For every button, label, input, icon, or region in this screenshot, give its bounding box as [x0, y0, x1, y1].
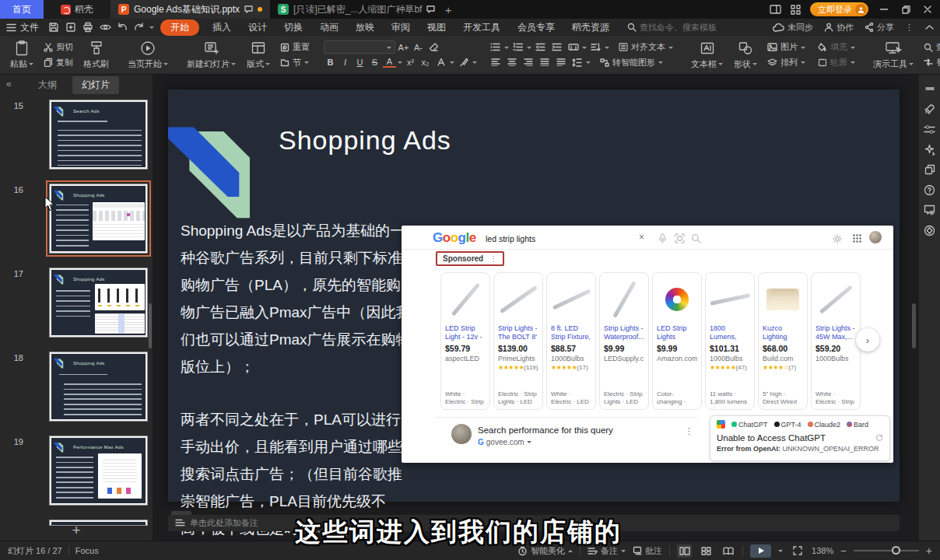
font-increase-button[interactable]: A+ — [397, 43, 410, 52]
product-card-8[interactable]: Strip Lights - 45W Max,... $59.20 1000Bu… — [811, 272, 861, 410]
align-text-button[interactable]: 对齐文本 — [616, 40, 676, 54]
highlight-button[interactable] — [456, 56, 471, 69]
menu-tab-membership[interactable]: 会员专享 — [510, 19, 562, 36]
reset-button[interactable]: 重置 — [277, 40, 313, 54]
save-button[interactable] — [47, 20, 61, 34]
docer-tab[interactable]: 稻壳 — [44, 0, 110, 19]
font-color-dropdown-icon[interactable] — [398, 61, 402, 66]
notes-grip[interactable] — [171, 511, 191, 515]
strikethrough-button[interactable]: S — [368, 58, 381, 67]
restore-button[interactable] — [900, 3, 912, 16]
increase-indent-button[interactable] — [549, 40, 564, 54]
play-options-icon[interactable] — [778, 550, 783, 555]
menu-tab-view[interactable]: 视图 — [420, 19, 453, 36]
convert-to-smartart-button[interactable]: 转智能图形 — [597, 56, 666, 69]
sort-text-button[interactable] — [588, 40, 603, 54]
numbered-list-button[interactable] — [510, 40, 525, 54]
textbox-button[interactable]: 文本框 — [686, 38, 728, 72]
ai-sidebar-panel[interactable]: ChatGPT GPT-4 Claude2 Bard Unable to Acc… — [710, 415, 890, 461]
distribute-button[interactable] — [553, 56, 568, 69]
justify-button[interactable] — [537, 56, 552, 69]
line-spacing-button[interactable] — [570, 56, 584, 69]
play-from-current-button[interactable]: 当页开始 — [122, 38, 174, 72]
slide-thumbnail-15[interactable]: Search Ads — [49, 100, 148, 170]
print-button[interactable] — [81, 20, 95, 34]
subscript-button[interactable]: x₂ — [419, 58, 432, 67]
zoom-slider[interactable] — [854, 550, 919, 551]
replace-button[interactable]: 替换 — [921, 56, 940, 69]
tab-outline[interactable]: 大纲 — [33, 76, 61, 94]
duplicate-layers-icon[interactable] — [919, 159, 940, 180]
product-card-2[interactable]: Strip Lights - The BOLT 8' ... $139.00 P… — [493, 272, 543, 410]
menu-tab-slideshow[interactable]: 放映 — [349, 19, 381, 36]
paste-button[interactable]: 粘贴 — [5, 38, 39, 72]
clear-format-button[interactable] — [426, 40, 441, 54]
feedback-icon[interactable] — [919, 200, 940, 220]
command-search[interactable] — [627, 23, 741, 32]
help-icon[interactable] — [919, 180, 940, 200]
collaborate-button[interactable]: 协作 — [824, 22, 854, 33]
collapse-ribbon-icon[interactable] — [925, 25, 934, 30]
login-button[interactable]: 立即登录 — [810, 2, 868, 16]
menu-tab-home-start[interactable]: 开始 — [160, 19, 199, 36]
sync-status[interactable]: 未同步 — [773, 22, 813, 33]
tab-claude2[interactable]: Claude2 — [808, 421, 841, 429]
publisher-domain[interactable]: Ggovee.com — [478, 438, 531, 446]
sidebar-scrollbar[interactable] — [149, 303, 152, 348]
normal-view-button[interactable] — [677, 544, 692, 558]
slide-title[interactable]: Shopping Ads — [279, 125, 451, 156]
align-center-button[interactable] — [504, 56, 519, 69]
format-painter-button[interactable]: 格式刷 — [78, 38, 114, 72]
quick-tools-rocket-icon[interactable] — [919, 99, 940, 119]
collapse-panel-icon[interactable]: « — [6, 79, 12, 89]
new-slide-button[interactable]: 新建幻灯片 — [181, 38, 241, 72]
tab-chatgpt[interactable]: ChatGPT — [731, 421, 768, 429]
slide-thumbnail-20-partial[interactable] — [49, 520, 148, 526]
properties-sliders-icon[interactable] — [919, 119, 940, 139]
reading-view-button[interactable] — [721, 544, 735, 558]
undo-button[interactable] — [115, 20, 129, 34]
menu-tab-docer-resources[interactable]: 稻壳资源 — [565, 19, 616, 36]
preview-button[interactable] — [98, 20, 112, 34]
slide-thumbnail-17[interactable]: Shopping Ads — [49, 268, 148, 338]
product-card-1[interactable]: LED Strip Light - 12v - Flexib... $59.79… — [440, 272, 490, 410]
product-card-6[interactable]: 1800 Lumens, 11W, 5000K, ... $101.31 100… — [705, 272, 755, 410]
redo-dropdown-icon[interactable] — [149, 26, 154, 31]
minimize-button[interactable] — [878, 3, 890, 16]
add-slide-button[interactable]: + — [72, 523, 80, 537]
focus-mode-button[interactable]: Focus — [75, 546, 99, 555]
section-button[interactable]: 节 — [277, 56, 313, 69]
tab-gpt4[interactable]: GPT-4 — [774, 421, 801, 429]
canvas-scrollbar[interactable] — [912, 303, 916, 348]
new-tab-button[interactable]: + — [437, 0, 459, 19]
zoom-level[interactable]: 138% — [812, 546, 833, 555]
text-effects-button[interactable] — [433, 56, 448, 69]
cut-button[interactable]: 剪切 — [40, 40, 76, 54]
zoom-in-button[interactable]: + — [926, 544, 932, 557]
document-tab-inactive[interactable]: S [只读]已解密_...人缩图广种草bf — [270, 0, 437, 19]
bold-button[interactable]: B — [324, 58, 337, 67]
slide-sorter-view-button[interactable] — [699, 544, 714, 558]
menu-tab-insert[interactable]: 插入 — [205, 19, 238, 36]
more-menu-icon[interactable]: ⋮ — [905, 23, 914, 33]
product-card-7[interactable]: Kuzco Lighting EW71305... $68.00 Build.c… — [758, 272, 808, 410]
menu-tab-design[interactable]: 设计 — [241, 19, 274, 36]
refresh-icon[interactable] — [875, 434, 883, 442]
slide-thumbnail-18[interactable]: Shopping Ads — [49, 352, 148, 422]
underline-button[interactable]: U — [353, 58, 367, 67]
redo-button[interactable] — [132, 20, 146, 34]
slide-thumbnail-16-selected[interactable]: Shopping Ads — [49, 184, 148, 254]
arrange-button[interactable]: 排列 — [764, 56, 808, 69]
product-card-4[interactable]: Strip Lights - Waterproof... $9.99 LEDSu… — [599, 272, 649, 410]
close-button[interactable] — [921, 3, 934, 16]
home-tab[interactable]: 首页 — [0, 0, 44, 19]
export-button[interactable] — [64, 20, 78, 34]
italic-button[interactable]: I — [338, 58, 352, 67]
menu-tab-review[interactable]: 审阅 — [384, 19, 417, 36]
slide-thumbnail-19[interactable]: Performance Max Ads — [49, 436, 148, 506]
product-card-3[interactable]: 8 ft. LED Strip Fixture, 11,7... $88.57 … — [546, 272, 596, 410]
fit-slide-button[interactable] — [790, 544, 805, 558]
editing-canvas[interactable]: Shopping Ads Shopping Ads是以产品为基础的一种谷歌广告系… — [153, 75, 918, 541]
carousel-next-button[interactable]: › — [856, 328, 879, 352]
layout-button[interactable]: 版式 — [241, 38, 275, 72]
